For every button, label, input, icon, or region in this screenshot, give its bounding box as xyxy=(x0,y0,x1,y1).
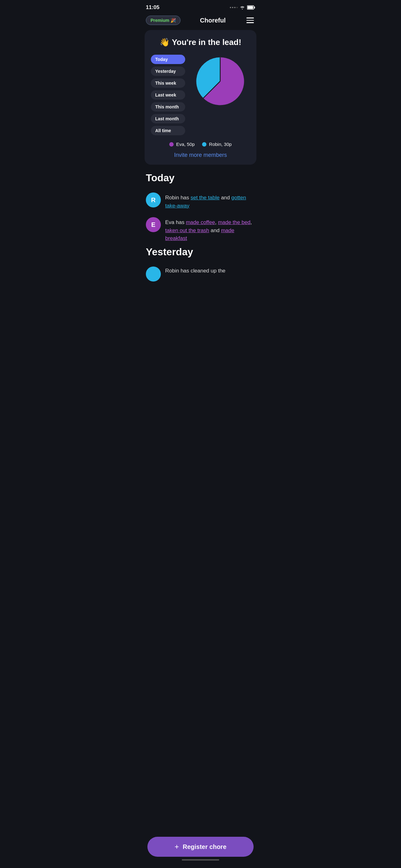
status-time: 11:05 xyxy=(146,4,159,11)
activity-item-robin: R Robin has set the table and gotten tak… xyxy=(144,189,257,213)
time-filters: Today Yesterday This week Last week This… xyxy=(151,55,185,135)
avatar-robin: R xyxy=(146,192,161,208)
status-bar: 11:05 xyxy=(140,0,261,13)
menu-button[interactable] xyxy=(245,16,255,24)
menu-line-3 xyxy=(246,22,254,23)
avatar-eva: E xyxy=(146,217,161,232)
svg-rect-2 xyxy=(248,6,253,9)
filter-today[interactable]: Today xyxy=(151,55,185,64)
yesterday-section: Yesterday Robin has cleaned up the xyxy=(140,246,261,313)
wifi-icon xyxy=(239,5,245,10)
activity-list-today: R Robin has set the table and gotten tak… xyxy=(140,189,261,246)
premium-badge[interactable]: Premium 🎉 xyxy=(146,16,180,25)
app-title: Choreful xyxy=(200,17,226,24)
legend: Eva, 50p Robin, 30p xyxy=(151,142,250,147)
eva-activity-text: Eva has made coffee, made the bed, taken… xyxy=(165,217,255,243)
filter-all-time[interactable]: All time xyxy=(151,126,185,135)
today-section: Today R Robin has set the table and gott… xyxy=(140,172,261,246)
legend-eva-label: Eva, 50p xyxy=(176,142,195,147)
filter-last-week[interactable]: Last week xyxy=(151,90,185,100)
avatar-robin-yesterday xyxy=(146,267,161,281)
filter-last-month[interactable]: Last month xyxy=(151,114,185,123)
chore-set-table[interactable]: set the table xyxy=(191,195,220,200)
pie-chart xyxy=(190,55,250,108)
chore-made-coffee[interactable]: made coffee xyxy=(186,219,215,225)
yesterday-item-partial: Robin has cleaned up the xyxy=(144,263,257,281)
legend-eva: Eva, 50p xyxy=(169,142,195,147)
menu-line-1 xyxy=(246,18,254,19)
svg-rect-1 xyxy=(254,6,255,8)
filter-this-week[interactable]: This week xyxy=(151,79,185,88)
status-icons xyxy=(230,5,255,10)
battery-icon xyxy=(247,5,255,10)
chore-made-bed[interactable]: made the bed xyxy=(218,219,250,225)
today-title: Today xyxy=(140,172,261,189)
signal-icon xyxy=(230,7,238,8)
yesterday-partial-text: Robin has cleaned up the xyxy=(165,267,226,274)
menu-line-2 xyxy=(246,20,254,21)
chore-trash[interactable]: taken out the trash xyxy=(165,227,209,234)
lead-emoji: 👋 xyxy=(160,37,172,47)
filter-yesterday[interactable]: Yesterday xyxy=(151,67,185,76)
activity-item-eva: E Eva has made coffee, made the bed, tak… xyxy=(144,213,257,246)
leaderboard-card: 👋 You're in the lead! Today Yesterday Th… xyxy=(144,30,257,165)
filter-this-month[interactable]: This month xyxy=(151,102,185,112)
legend-robin: Robin, 30p xyxy=(202,142,232,147)
yesterday-title: Yesterday xyxy=(140,246,261,263)
robin-activity-text: Robin has set the table and gotten take-… xyxy=(165,192,255,210)
activity-list-yesterday: Robin has cleaned up the xyxy=(140,263,261,281)
legend-dot-robin xyxy=(202,142,206,147)
chart-section: Today Yesterday This week Last week This… xyxy=(151,55,250,135)
legend-dot-eva xyxy=(169,142,174,147)
nav-bar: Premium 🎉 Choreful xyxy=(140,13,261,30)
lead-title: 👋 You're in the lead! xyxy=(151,37,250,47)
legend-robin-label: Robin, 30p xyxy=(209,142,232,147)
invite-link[interactable]: Invite more members xyxy=(151,152,250,158)
